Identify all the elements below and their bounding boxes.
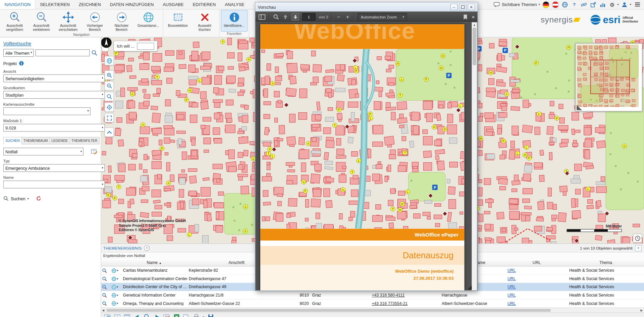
window-resize-handle[interactable] (468, 285, 472, 289)
select-table-icon[interactable] (114, 313, 121, 317)
horizontal-scrollbar[interactable]: ◀ ▶ (101, 308, 644, 313)
name-select[interactable]: ▾ (3, 180, 105, 188)
menu-icon[interactable] (634, 1, 641, 8)
scroll-left-icon[interactable]: ◀ (101, 309, 106, 312)
zoom-to-object-icon[interactable] (101, 293, 108, 298)
columns-icon[interactable] (124, 313, 131, 317)
massstab-select[interactable]: 9.028▾ (3, 124, 105, 131)
search-icon[interactable] (91, 50, 97, 56)
magnifier-icon[interactable] (144, 313, 151, 317)
zoom-in-plus-icon[interactable]: + (345, 14, 351, 20)
share-icon[interactable] (590, 1, 597, 8)
next-extent-button[interactable]: Nächster Bereich (108, 10, 135, 32)
ansicht-select[interactable]: Sehenswürdigkeiten▾ (3, 74, 105, 82)
user-button[interactable]: ▾ (621, 1, 631, 8)
tab-themenbaum[interactable]: THEMENBAUM (22, 137, 50, 144)
print-icon[interactable] (193, 313, 200, 317)
chevron-down-icon[interactable]: ▾ (28, 197, 29, 200)
scroll-up-icon[interactable]: ▲ (473, 22, 476, 27)
pdf-search-icon[interactable] (273, 14, 279, 20)
scroll-thumb[interactable] (473, 28, 476, 65)
visible-themes-button[interactable]: Sichtbare Themen ▾ (493, 1, 540, 8)
chevron-down-icon[interactable]: ▾ (203, 315, 204, 317)
tab-legende[interactable]: LEGENDE (50, 137, 70, 144)
zoom-to-object-icon[interactable] (101, 276, 108, 281)
full-screen-button[interactable] (104, 113, 114, 122)
previous-extent-button[interactable]: Vorheriger Bereich (82, 10, 108, 32)
fulltext-search-title[interactable]: Volltextsuche (3, 41, 98, 46)
column-header-url[interactable]: URL (506, 260, 568, 265)
history-clock-button[interactable] (633, 233, 642, 243)
zoom-to-object-icon[interactable] (101, 301, 108, 306)
map-zoom-in-button[interactable] (104, 70, 114, 80)
column-header-thema[interactable]: Thema (568, 260, 644, 265)
restore-button[interactable] (459, 3, 466, 10)
scroll-right-icon[interactable]: ▶ (639, 309, 644, 312)
vorschau-title-bar[interactable]: Vorschau – ✕ (255, 2, 477, 11)
tab-suchen[interactable]: SUCHEN (3, 137, 22, 144)
reset-icon[interactable] (36, 196, 42, 201)
close-button[interactable]: ✕ (468, 3, 475, 10)
sidebar-toggle-icon[interactable] (258, 13, 266, 20)
scroll-thumb[interactable] (107, 309, 551, 312)
url-link[interactable]: URL (507, 276, 516, 281)
link-icon[interactable] (580, 1, 587, 8)
page-down-icon[interactable] (291, 13, 299, 20)
save-icon[interactable] (207, 313, 214, 317)
next-record-icon[interactable] (153, 313, 160, 317)
zoom-in-button[interactable]: Ausschnitt vergrößern (1, 10, 28, 32)
table-row[interactable]: ▾ Genetical Information CenterHarrachgas… (101, 291, 644, 300)
zoom-out-button[interactable]: Ausschnitt verkleinern (28, 10, 55, 32)
search-theme-select[interactable]: Notfall▾ (3, 148, 84, 155)
overview-globe-button[interactable] (104, 56, 114, 65)
delete-rows-icon[interactable] (163, 313, 170, 317)
grundkarten-select[interactable]: Stadtplan▾ (3, 91, 105, 99)
center-target-button[interactable] (104, 102, 114, 112)
settings-button[interactable]: ⚙ ▾ (609, 1, 619, 8)
page-number-input[interactable] (302, 13, 315, 20)
language-flag-at[interactable] (552, 1, 559, 8)
table-row[interactable]: ▾ Omega, Therapy and CounselingAlbert-Sc… (101, 300, 644, 308)
ich-will-input[interactable] (137, 43, 154, 50)
table-settings-icon[interactable] (183, 313, 190, 317)
language-flag-de[interactable] (542, 1, 549, 8)
tab-zeichnen[interactable]: ZEICHNEN (74, 0, 105, 9)
zoom-mode-select[interactable]: Automatischer Zoom ▾ (358, 13, 407, 21)
url-link[interactable]: URL (507, 268, 516, 272)
pdf-scrollbar[interactable]: ▲ (472, 22, 477, 290)
zoom-out-minus-icon[interactable]: − (336, 14, 341, 20)
tab-selektieren[interactable]: SELEKTIEREN (36, 0, 74, 9)
tab-themenfilter[interactable]: THEMENFILTER (70, 137, 99, 144)
identify-button[interactable]: Identifiziere... (221, 10, 248, 32)
object-menu-button[interactable]: ▾ (108, 268, 121, 273)
help-icon[interactable]: ? (571, 1, 578, 8)
table-edit-icon[interactable] (91, 149, 98, 155)
fulltext-scope-select[interactable]: Alle Themen▾ (3, 49, 34, 57)
overview-map[interactable] (575, 43, 642, 112)
object-menu-button[interactable]: ▾ (108, 301, 121, 306)
tab-navigation[interactable]: NAVIGATION (0, 0, 36, 9)
object-menu-button[interactable]: ▾ (108, 284, 121, 289)
url-link[interactable]: URL (507, 301, 516, 306)
previous-record-icon[interactable] (133, 313, 141, 317)
tab-editieren[interactable]: EDITIEREN (188, 0, 220, 9)
url-link[interactable]: URL (507, 284, 516, 289)
themenergebnis-tab[interactable]: THEMENERGEBNIS (103, 246, 142, 250)
fulltext-search-input[interactable] (35, 49, 90, 56)
bookmark-icon[interactable] (463, 14, 468, 20)
collapse-up-button[interactable] (104, 127, 114, 137)
kartenausschnitte-select[interactable]: ▾ (3, 107, 91, 115)
object-menu-button[interactable]: ▾ (108, 276, 121, 281)
tab-ausgabe[interactable]: AUSGABE (158, 0, 188, 9)
box-selection-button[interactable]: Boxselektion (164, 10, 191, 32)
clear-selection-button[interactable]: Auswahl löschen (191, 10, 218, 32)
zoom-to-object-icon[interactable] (101, 268, 108, 273)
url-link[interactable]: URL (507, 293, 516, 297)
chart-icon[interactable] (599, 1, 606, 8)
panel-collapse-chevron[interactable]: ▾ (635, 245, 642, 251)
page-up-icon[interactable] (282, 14, 288, 20)
close-icon[interactable]: ✕ (144, 245, 150, 251)
suchen-button[interactable]: Suchen (11, 196, 25, 201)
zoom-to-object-icon[interactable] (101, 284, 108, 289)
info-icon[interactable] (19, 61, 24, 66)
